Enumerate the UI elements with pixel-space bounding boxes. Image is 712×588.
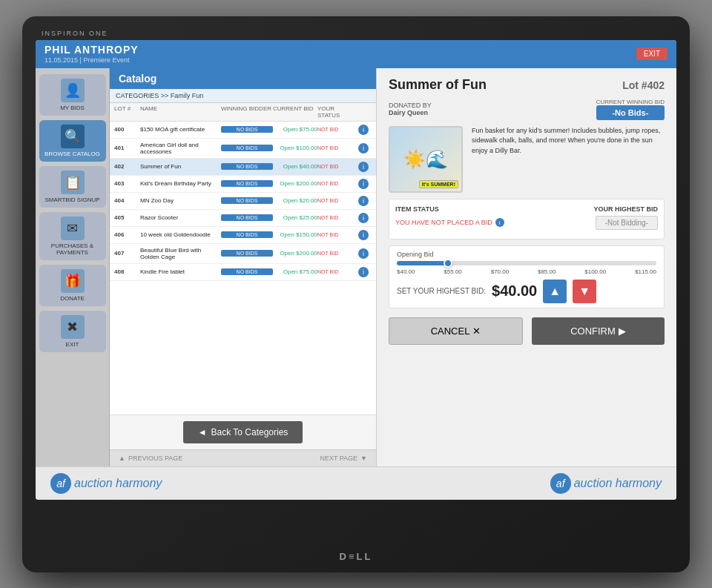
next-page-button[interactable]: NEXT PAGE ▼	[320, 455, 367, 462]
sidebar-item-donate[interactable]: 🎁 DONATE	[39, 265, 106, 306]
gift-icon: 🎁	[61, 269, 85, 293]
catalog-row[interactable]: 407 Beautiful Blue Bird with Golden Cage…	[110, 244, 376, 264]
bid-decrease-button[interactable]: ▼	[573, 280, 596, 303]
catalog-row[interactable]: 402 Summer of Fun NO BIDS Open $40.00 NO…	[110, 159, 376, 176]
your-status: NOT BID	[317, 269, 358, 274]
info-button[interactable]: i	[358, 162, 369, 172]
sidebar-item-label: EXIT	[66, 341, 79, 348]
item-description: Fun basket for any kid's summer! Include…	[472, 126, 665, 193]
back-btn-label: Back To Categories	[211, 427, 289, 437]
next-label: NEXT PAGE	[320, 455, 357, 462]
item-emoji: ☀️🌊	[403, 149, 448, 170]
winning-bidder: NO BIDS	[221, 180, 273, 187]
catalog-row[interactable]: 404 MN Zoo Day NO BIDS Open $20.00 NOT B…	[110, 193, 376, 210]
your-status: NOT BID	[317, 181, 358, 186]
bid-increase-button[interactable]: ▲	[543, 280, 567, 303]
slider-val-4: $100.00	[584, 268, 606, 275]
sidebar-item-purchases[interactable]: ✉ PURCHASES & PAYMENTS	[39, 212, 106, 260]
sidebar-item-smartbid[interactable]: 📋 SMARTBID SIGNUP	[39, 166, 106, 208]
lot-number: 408	[114, 268, 140, 275]
cancel-icon: ✕	[472, 326, 481, 337]
catalog-row[interactable]: 400 $150 MOA gift certificate NO BIDS Op…	[110, 122, 376, 139]
breadcrumb: CATEGORIES >> Family Fun	[110, 89, 376, 103]
item-status-label: ITEM STATUS	[395, 205, 439, 213]
item-name: Summer of Fun	[140, 163, 221, 170]
catalog-items: 400 $150 MOA gift certificate NO BIDS Op…	[110, 122, 376, 414]
info-button[interactable]: i	[358, 143, 369, 153]
info-button[interactable]: i	[358, 196, 369, 206]
info-button[interactable]: i	[358, 248, 369, 259]
sidebar-item-my-bids[interactable]: 👤 MY BIDS	[39, 74, 106, 116]
slider-track[interactable]	[397, 261, 656, 265]
catalog-row[interactable]: 405 Razor Scooter NO BIDS Open $25.00 NO…	[110, 210, 376, 227]
current-bid: Open $200.00	[273, 250, 317, 257]
slider-val-5: $115.00	[635, 268, 656, 275]
detail-header: Summer of Fun Lot #402	[389, 77, 665, 93]
lot-number: 403	[114, 180, 140, 187]
content-area: Catalog CATEGORIES >> Family Fun LOT # N…	[110, 68, 676, 466]
winning-bidder: NO BIDS	[221, 163, 273, 170]
donated-by-label: DONATED BY	[389, 102, 432, 109]
confirm-label: CONFIRM	[570, 326, 616, 337]
catalog-row[interactable]: 403 Kid's Dream Birthday Party NO BIDS O…	[110, 176, 376, 193]
lot-number: 404	[114, 197, 140, 204]
info-button[interactable]: i	[358, 179, 369, 189]
logo-right-icon: af	[550, 473, 571, 494]
winning-bid-box: -No Bids-	[596, 105, 665, 120]
cancel-label: CANCEL	[431, 326, 470, 337]
item-name: MN Zoo Day	[140, 197, 221, 204]
back-arrow-icon: ◄	[198, 427, 207, 437]
dell-label: D≡LL	[340, 551, 373, 562]
info-button[interactable]: i	[358, 213, 369, 223]
current-bid: Open $150.00	[273, 231, 317, 238]
lot-number: 405	[114, 214, 140, 221]
item-name: Beautiful Blue Bird with Golden Cage	[140, 247, 221, 260]
catalog-row[interactable]: 406 10 week old Goldendoodle NO BIDS Ope…	[110, 227, 376, 244]
lot-number: 407	[114, 250, 140, 257]
lot-number: 400	[114, 126, 140, 133]
status-text: YOU HAVE NOT PLACED A BID	[395, 219, 492, 226]
status-message-row: YOU HAVE NOT PLACED A BID i -Not Bidding…	[395, 216, 658, 230]
detail-body: ☀️🌊 It's SUMMER! Fun basket for any kid'…	[389, 126, 665, 193]
set-bid-label: SET YOUR HIGHEST BID:	[397, 287, 486, 295]
sidebar-item-label: SMARTBID SIGNUP	[44, 196, 99, 203]
lot-title: Summer of Fun	[389, 77, 487, 93]
slider-thumb[interactable]	[444, 259, 452, 268]
not-bidding-label: -Not Bidding-	[596, 216, 658, 230]
your-highest-bid-label: YOUR HIGHEST BID	[593, 205, 658, 213]
slider-val-3: $85.00	[538, 268, 556, 275]
col-name: NAME	[140, 105, 221, 119]
cancel-button[interactable]: CANCEL ✕	[389, 317, 523, 345]
app: PHIL ANTHROPY 11.05.2015 | Premiere Even…	[36, 40, 676, 500]
your-status: NOT BID	[317, 251, 358, 256]
bid-slider-section: Opening Bid $40.00 $55.00 $70.00 $85.00 …	[389, 245, 665, 308]
catalog-row[interactable]: 408 Kindle Fire tablet NO BIDS Open $75.…	[110, 264, 376, 281]
exit-button[interactable]: EXIT	[636, 47, 668, 60]
logo-right: af auction harmony	[550, 473, 662, 494]
confirm-icon: ▶	[619, 326, 626, 337]
confirm-button[interactable]: CONFIRM ▶	[532, 317, 665, 345]
slider-val-2: $70.00	[491, 268, 509, 275]
lot-number: Lot #402	[622, 79, 665, 91]
main-layout: 👤 MY BIDS 🔍 BROWSE CATALOG 📋 SMARTBID SI…	[36, 68, 676, 466]
next-arrow-icon: ▼	[360, 455, 367, 462]
catalog-row[interactable]: 401 American Girl doll and accessories N…	[110, 139, 376, 159]
info-button[interactable]: i	[358, 230, 369, 240]
monitor-brand: INSPIRON ONE	[36, 30, 676, 40]
sidebar-item-browse-catalog[interactable]: 🔍 BROWSE CATALOG	[39, 120, 106, 162]
sidebar-item-label: PURCHASES & PAYMENTS	[42, 242, 103, 256]
info-button[interactable]: i	[358, 125, 369, 135]
winning-bidder: NO BIDS	[221, 145, 273, 151]
winning-bidder: NO BIDS	[221, 268, 273, 275]
prev-page-button[interactable]: ▲ PREVIOUS PAGE	[119, 455, 182, 462]
current-bid: Open $20.00	[273, 197, 317, 204]
back-to-categories-button[interactable]: ◄ Back To Categories	[183, 421, 303, 443]
top-bar: PHIL ANTHROPY 11.05.2015 | Premiere Even…	[36, 40, 676, 68]
clipboard-icon: 📋	[61, 171, 85, 194]
item-name: Kindle Fire tablet	[140, 268, 221, 275]
sidebar-item-exit[interactable]: ✖ EXIT	[39, 311, 106, 352]
info-button[interactable]: i	[358, 267, 369, 277]
col-current: CURRENT BID	[273, 105, 317, 119]
nav-row: ▲ PREVIOUS PAGE NEXT PAGE ▼	[110, 449, 376, 466]
logo-left-icon: af	[50, 473, 71, 494]
